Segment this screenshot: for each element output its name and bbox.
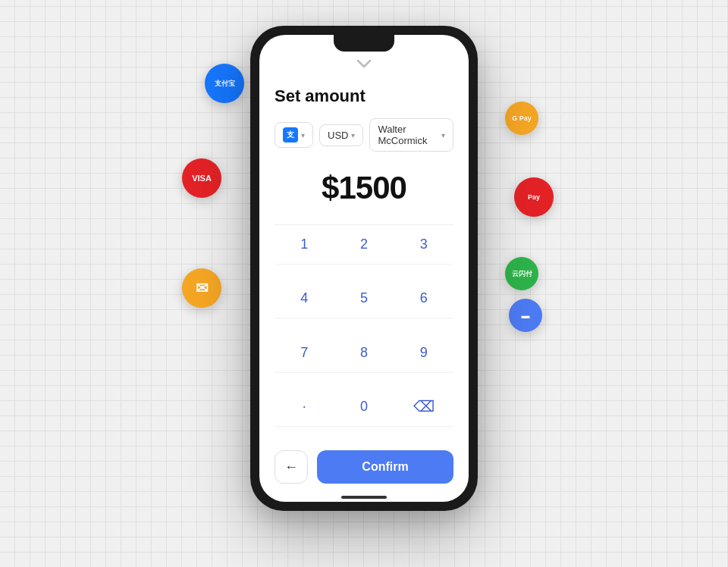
key-6[interactable]: 6: [394, 279, 453, 318]
screen-content: Set amount 支 ▾ USD ▾ Walter McCormick ▾: [259, 74, 469, 502]
badge-gpay: G Pay: [505, 102, 538, 135]
recipient-label: Walter McCormick: [378, 124, 438, 146]
badge-wechat-icon: ✉: [196, 279, 209, 297]
badge-alipay-top: 支付宝: [205, 64, 244, 103]
badge-jcb-label: 云闪付: [512, 270, 532, 278]
key-backspace[interactable]: ⌫: [394, 387, 453, 427]
payment-method-button[interactable]: 支 ▾: [275, 122, 313, 148]
badge-jcb: 云闪付: [505, 257, 538, 290]
phone-notch: [334, 35, 394, 52]
alipay-icon: 支: [283, 127, 298, 143]
key-3[interactable]: 3: [394, 225, 453, 265]
bottom-row: ← Confirm: [275, 441, 453, 490]
key-2[interactable]: 2: [334, 225, 394, 265]
scene: 支付宝 VISA ✉ G Pay Pay 云闪付 ▬ Set amount: [235, 26, 493, 541]
recipient-selector[interactable]: Walter McCormick ▾: [369, 118, 453, 152]
badge-visa-label: VISA: [192, 174, 212, 183]
badge-applepay-label: Pay: [528, 193, 540, 202]
amount-display: $1500: [275, 170, 453, 206]
recipient-chevron-icon: ▾: [441, 131, 445, 139]
home-indicator: [341, 496, 387, 499]
key-0[interactable]: 0: [334, 387, 394, 427]
key-8[interactable]: 8: [334, 334, 394, 373]
back-button[interactable]: ←: [275, 450, 308, 484]
key-9[interactable]: 9: [394, 334, 453, 373]
key-dot[interactable]: ·: [275, 387, 334, 427]
phone-frame: Set amount 支 ▾ USD ▾ Walter McCormick ▾: [250, 26, 478, 511]
key-7[interactable]: 7: [275, 334, 334, 373]
controls-row: 支 ▾ USD ▾ Walter McCormick ▾: [275, 118, 453, 152]
page-title: Set amount: [275, 86, 453, 106]
currency-selector[interactable]: USD ▾: [319, 124, 363, 146]
numpad: 1 2 3 4 5 6 7 8 9 · 0 ⌫: [275, 224, 453, 441]
key-1[interactable]: 1: [275, 225, 334, 265]
badge-card: ▬: [509, 299, 542, 332]
badge-visa: VISA: [182, 158, 221, 198]
key-5[interactable]: 5: [334, 279, 394, 318]
phone-screen: Set amount 支 ▾ USD ▾ Walter McCormick ▾: [259, 35, 469, 502]
badge-card-icon: ▬: [522, 311, 530, 320]
currency-chevron-icon: ▾: [351, 131, 355, 139]
alipay-chevron-icon: ▾: [301, 131, 305, 139]
badge-gpay-label: G Pay: [512, 114, 532, 123]
badge-wechat-pay: ✉: [182, 268, 221, 308]
key-4[interactable]: 4: [275, 279, 334, 318]
back-arrow-icon: ←: [284, 459, 298, 475]
currency-label: USD: [328, 130, 348, 141]
badge-applepay: Pay: [514, 177, 554, 217]
confirm-button[interactable]: Confirm: [317, 450, 453, 484]
badge-alipay-top-label: 支付宝: [215, 80, 235, 88]
